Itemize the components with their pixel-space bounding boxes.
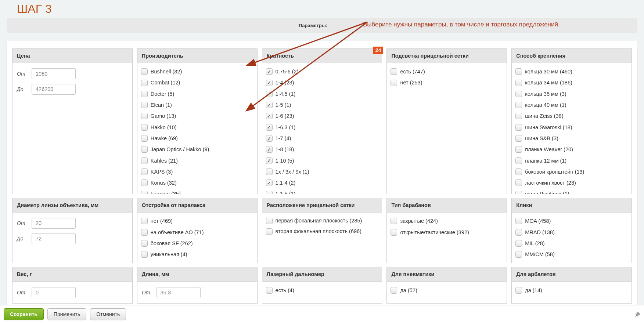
list-item[interactable]: шина S&B (3)	[515, 133, 629, 144]
checkbox[interactable]	[141, 113, 148, 119]
pin-icon[interactable]	[634, 311, 640, 317]
diameter-to-input[interactable]	[32, 233, 76, 244]
list-item[interactable]: MRAD (138)	[515, 227, 629, 238]
checkbox[interactable]	[515, 91, 522, 97]
list-item[interactable]: Japan Optics / Hakko (9)	[140, 144, 254, 155]
list-item[interactable]: MOA (458)	[515, 215, 629, 226]
item-label[interactable]: 1.1-4 (2)	[276, 179, 296, 186]
checkbox[interactable]	[266, 191, 273, 194]
item-label[interactable]: первая фокальная плоскость (285)	[276, 217, 362, 224]
item-label[interactable]: уникальная (4)	[151, 251, 187, 258]
list-item[interactable]: открытые/тактические (392)	[390, 227, 504, 238]
item-label[interactable]: кольца 35 мм (3)	[525, 90, 566, 98]
list-item[interactable]: Konus (32)	[140, 177, 254, 188]
list-item[interactable]: Hawke (69)	[140, 133, 254, 144]
item-label[interactable]: планка 12 мм (1)	[525, 157, 566, 164]
checkbox[interactable]	[391, 68, 397, 75]
item-label[interactable]: шина Picatinny (1)	[525, 190, 569, 194]
item-label[interactable]: 0.75-6 (2)	[276, 68, 299, 75]
list-item[interactable]: шина Swaroski (18)	[515, 122, 629, 133]
checkbox[interactable]	[266, 218, 273, 224]
item-label[interactable]: есть (747)	[400, 68, 425, 75]
item-label[interactable]: на объективе AO (71)	[151, 229, 204, 236]
price-to-input[interactable]	[32, 84, 76, 95]
checkbox[interactable]	[266, 102, 273, 108]
list-item[interactable]: Leapers (35)	[140, 188, 254, 194]
checkbox[interactable]	[141, 218, 148, 224]
list-item[interactable]: шина Picatinny (1)	[515, 188, 629, 194]
checkbox[interactable]	[141, 251, 148, 258]
list-item[interactable]: 1-10 (5)	[265, 155, 379, 166]
checkbox[interactable]	[141, 240, 148, 247]
item-label[interactable]: KAPS (3)	[151, 168, 173, 175]
checkbox[interactable]	[266, 113, 273, 119]
list-item[interactable]: вторая фокальная плоскость (696)	[265, 226, 379, 237]
item-label[interactable]: 1-5 (1)	[276, 101, 291, 109]
list-item[interactable]: нет (469)	[140, 215, 254, 226]
list-item[interactable]: 1-8 (18)	[265, 144, 379, 155]
item-label[interactable]: открытые/тактические (392)	[400, 229, 469, 236]
item-label[interactable]: 1-4 (23)	[276, 79, 294, 86]
list-item[interactable]: 1-4 (23)	[265, 77, 379, 88]
item-label[interactable]: 1-4.5 (1)	[276, 90, 296, 98]
checkbox[interactable]	[515, 146, 522, 153]
apply-button[interactable]: Применить	[47, 308, 86, 320]
list-item[interactable]: есть (4)	[265, 285, 379, 296]
item-label[interactable]: Elcan (1)	[151, 101, 172, 109]
checkbox[interactable]	[515, 229, 522, 236]
item-label[interactable]: ласточкин хвост (23)	[525, 179, 576, 186]
list-item[interactable]: на объективе AO (71)	[140, 227, 254, 238]
checkbox[interactable]	[391, 80, 397, 86]
checkbox[interactable]	[515, 68, 522, 75]
list-item[interactable]: Elcan (1)	[140, 99, 254, 110]
checkbox[interactable]	[266, 80, 273, 86]
checkbox[interactable]	[515, 168, 522, 175]
list-item[interactable]: шина Zeiss (38)	[515, 110, 629, 121]
checkbox[interactable]	[515, 218, 522, 224]
list-item[interactable]: 1-5 (1)	[265, 99, 379, 110]
checkbox[interactable]	[515, 287, 522, 294]
checkbox[interactable]	[141, 157, 148, 164]
list-item[interactable]: Hakko (10)	[140, 122, 254, 133]
checkbox[interactable]	[141, 80, 148, 86]
item-label[interactable]: шина Swaroski (18)	[525, 124, 572, 131]
checkbox[interactable]	[266, 124, 273, 131]
item-label[interactable]: Combat (12)	[151, 79, 180, 86]
checkbox[interactable]	[515, 135, 522, 142]
checkbox[interactable]	[266, 146, 273, 153]
checkbox[interactable]	[141, 229, 148, 236]
checkbox[interactable]	[266, 135, 273, 142]
list-item[interactable]: боковой кронштейн (13)	[515, 166, 629, 177]
list-item[interactable]: кольца 35 мм (3)	[515, 88, 629, 99]
item-label[interactable]: Kahles (21)	[151, 157, 178, 164]
list-item[interactable]: кольца 30 мм (460)	[515, 66, 629, 77]
checkbox[interactable]	[266, 91, 273, 97]
item-label[interactable]: MRAD (138)	[525, 229, 555, 236]
list-item[interactable]: 1.1-4 (2)	[265, 177, 379, 188]
item-label[interactable]: шина S&B (3)	[525, 135, 558, 142]
save-button[interactable]: Сохранить	[4, 308, 44, 320]
checkbox[interactable]	[391, 218, 397, 224]
list-item[interactable]: Kahles (21)	[140, 155, 254, 166]
list-item[interactable]: KAPS (3)	[140, 166, 254, 177]
checkbox[interactable]	[515, 157, 522, 164]
list-item[interactable]: 1-7 (4)	[265, 133, 379, 144]
item-label[interactable]: Leapers (35)	[151, 190, 181, 194]
cancel-button[interactable]: Отменить	[90, 308, 126, 320]
list-item[interactable]: есть (747)	[390, 66, 504, 77]
item-label[interactable]: Docter (5)	[151, 90, 174, 98]
item-label[interactable]: боковая SF (262)	[151, 240, 193, 247]
list-item[interactable]: 0.75-6 (2)	[265, 66, 379, 77]
checkbox[interactable]	[266, 179, 273, 186]
checkbox[interactable]	[141, 191, 148, 194]
list-item[interactable]: Combat (12)	[140, 77, 254, 88]
list-item[interactable]: боковая SF (262)	[140, 238, 254, 249]
diameter-from-input[interactable]	[32, 218, 76, 229]
list-item[interactable]: закрытые (424)	[390, 215, 504, 226]
item-label[interactable]: планка Weaver (20)	[525, 146, 573, 153]
checkbox[interactable]	[141, 135, 148, 142]
item-label[interactable]: вторая фокальная плоскость (696)	[276, 228, 361, 235]
list-item[interactable]: 1.1-5 (1)	[265, 188, 379, 194]
checkbox[interactable]	[515, 251, 522, 258]
checkbox[interactable]	[515, 124, 522, 131]
